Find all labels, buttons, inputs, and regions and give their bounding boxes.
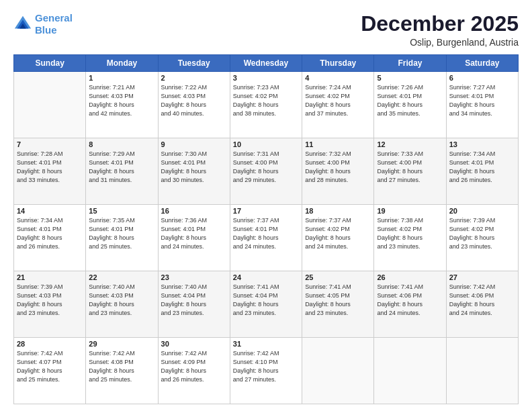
- day-info: Sunrise: 7:41 AM Sunset: 4:05 PM Dayligh…: [305, 283, 371, 318]
- week-row: 7Sunrise: 7:28 AM Sunset: 4:01 PM Daylig…: [14, 138, 519, 205]
- day-info: Sunrise: 7:37 AM Sunset: 4:02 PM Dayligh…: [305, 216, 371, 251]
- day-number: 7: [17, 140, 83, 148]
- day-info: Sunrise: 7:26 AM Sunset: 4:01 PM Dayligh…: [377, 83, 443, 118]
- day-cell: 27Sunrise: 7:42 AM Sunset: 4:06 PM Dayli…: [446, 271, 518, 338]
- day-cell: 12Sunrise: 7:33 AM Sunset: 4:00 PM Dayli…: [374, 138, 446, 205]
- day-info: Sunrise: 7:37 AM Sunset: 4:01 PM Dayligh…: [233, 216, 299, 251]
- day-cell: 19Sunrise: 7:38 AM Sunset: 4:02 PM Dayli…: [374, 205, 446, 271]
- day-info: Sunrise: 7:42 AM Sunset: 4:10 PM Dayligh…: [233, 349, 299, 384]
- month-title: December 2025: [361, 12, 519, 36]
- day-number: 28: [17, 340, 83, 348]
- day-info: Sunrise: 7:41 AM Sunset: 4:06 PM Dayligh…: [377, 283, 443, 318]
- week-row: 21Sunrise: 7:39 AM Sunset: 4:03 PM Dayli…: [14, 271, 519, 338]
- day-info: Sunrise: 7:23 AM Sunset: 4:02 PM Dayligh…: [233, 83, 299, 118]
- day-cell: 30Sunrise: 7:42 AM Sunset: 4:09 PM Dayli…: [158, 338, 230, 404]
- day-info: Sunrise: 7:38 AM Sunset: 4:02 PM Dayligh…: [377, 216, 443, 251]
- day-info: Sunrise: 7:31 AM Sunset: 4:00 PM Dayligh…: [233, 150, 299, 185]
- day-cell: 6Sunrise: 7:27 AM Sunset: 4:01 PM Daylig…: [446, 72, 518, 138]
- day-cell: 17Sunrise: 7:37 AM Sunset: 4:01 PM Dayli…: [230, 205, 302, 271]
- day-info: Sunrise: 7:40 AM Sunset: 4:04 PM Dayligh…: [161, 283, 227, 318]
- day-number: 13: [449, 140, 515, 148]
- day-info: Sunrise: 7:41 AM Sunset: 4:04 PM Dayligh…: [233, 283, 299, 318]
- day-cell: [374, 338, 446, 404]
- day-cell: 15Sunrise: 7:35 AM Sunset: 4:01 PM Dayli…: [86, 205, 158, 271]
- header: General Blue December 2025 Oslip, Burgen…: [13, 12, 519, 48]
- day-number: 11: [305, 140, 371, 148]
- page: General Blue December 2025 Oslip, Burgen…: [0, 0, 532, 411]
- day-number: 30: [161, 340, 227, 348]
- day-number: 31: [233, 340, 299, 348]
- day-number: 22: [89, 273, 154, 281]
- day-number: 14: [17, 207, 83, 215]
- day-number: 19: [377, 207, 443, 215]
- day-cell: 21Sunrise: 7:39 AM Sunset: 4:03 PM Dayli…: [14, 271, 86, 338]
- day-cell: 13Sunrise: 7:34 AM Sunset: 4:01 PM Dayli…: [446, 138, 518, 205]
- day-number: 24: [233, 273, 299, 281]
- week-row: 28Sunrise: 7:42 AM Sunset: 4:07 PM Dayli…: [14, 338, 519, 404]
- col-header-friday: Friday: [374, 55, 446, 72]
- day-cell: [302, 338, 374, 404]
- logo-line1: General: [35, 12, 73, 24]
- col-header-wednesday: Wednesday: [230, 55, 302, 72]
- day-number: 8: [89, 140, 154, 148]
- logo-line2: Blue: [35, 24, 57, 36]
- day-number: 5: [377, 74, 443, 82]
- day-number: 15: [89, 207, 154, 215]
- day-cell: 3Sunrise: 7:23 AM Sunset: 4:02 PM Daylig…: [230, 72, 302, 138]
- day-number: 27: [449, 273, 515, 281]
- day-header-row: SundayMondayTuesdayWednesdayThursdayFrid…: [14, 55, 519, 72]
- week-row: 14Sunrise: 7:34 AM Sunset: 4:01 PM Dayli…: [14, 205, 519, 271]
- day-number: 25: [305, 273, 371, 281]
- day-number: 12: [377, 140, 443, 148]
- day-number: 3: [233, 74, 299, 82]
- logo: General Blue: [13, 12, 73, 36]
- week-row: 1Sunrise: 7:21 AM Sunset: 4:03 PM Daylig…: [14, 72, 519, 138]
- calendar: SundayMondayTuesdayWednesdayThursdayFrid…: [13, 54, 519, 404]
- day-cell: 11Sunrise: 7:32 AM Sunset: 4:00 PM Dayli…: [302, 138, 374, 205]
- title-block: December 2025 Oslip, Burgenland, Austria: [361, 12, 519, 48]
- day-cell: 26Sunrise: 7:41 AM Sunset: 4:06 PM Dayli…: [374, 271, 446, 338]
- day-info: Sunrise: 7:39 AM Sunset: 4:03 PM Dayligh…: [17, 283, 83, 318]
- day-cell: 5Sunrise: 7:26 AM Sunset: 4:01 PM Daylig…: [374, 72, 446, 138]
- col-header-sunday: Sunday: [14, 55, 86, 72]
- day-number: 18: [305, 207, 371, 215]
- day-number: 17: [233, 207, 299, 215]
- day-info: Sunrise: 7:30 AM Sunset: 4:01 PM Dayligh…: [161, 150, 227, 185]
- day-number: 4: [305, 74, 371, 82]
- day-cell: 23Sunrise: 7:40 AM Sunset: 4:04 PM Dayli…: [158, 271, 230, 338]
- logo-icon: [13, 15, 32, 34]
- day-number: 1: [89, 74, 154, 82]
- day-number: 6: [449, 74, 515, 82]
- day-info: Sunrise: 7:33 AM Sunset: 4:00 PM Dayligh…: [377, 150, 443, 185]
- day-cell: 28Sunrise: 7:42 AM Sunset: 4:07 PM Dayli…: [14, 338, 86, 404]
- day-cell: 4Sunrise: 7:24 AM Sunset: 4:02 PM Daylig…: [302, 72, 374, 138]
- day-cell: 22Sunrise: 7:40 AM Sunset: 4:03 PM Dayli…: [86, 271, 158, 338]
- day-info: Sunrise: 7:42 AM Sunset: 4:06 PM Dayligh…: [449, 283, 515, 318]
- day-info: Sunrise: 7:40 AM Sunset: 4:03 PM Dayligh…: [89, 283, 154, 318]
- day-number: 9: [161, 140, 227, 148]
- day-cell: 9Sunrise: 7:30 AM Sunset: 4:01 PM Daylig…: [158, 138, 230, 205]
- col-header-monday: Monday: [86, 55, 158, 72]
- day-cell: 7Sunrise: 7:28 AM Sunset: 4:01 PM Daylig…: [14, 138, 86, 205]
- day-cell: 1Sunrise: 7:21 AM Sunset: 4:03 PM Daylig…: [86, 72, 158, 138]
- day-info: Sunrise: 7:39 AM Sunset: 4:02 PM Dayligh…: [449, 216, 515, 251]
- day-number: 2: [161, 74, 227, 82]
- day-cell: 29Sunrise: 7:42 AM Sunset: 4:08 PM Dayli…: [86, 338, 158, 404]
- day-number: 21: [17, 273, 83, 281]
- day-info: Sunrise: 7:27 AM Sunset: 4:01 PM Dayligh…: [449, 83, 515, 118]
- location: Oslip, Burgenland, Austria: [361, 37, 519, 48]
- day-info: Sunrise: 7:42 AM Sunset: 4:07 PM Dayligh…: [17, 349, 83, 384]
- day-cell: [446, 338, 518, 404]
- day-number: 20: [449, 207, 515, 215]
- day-info: Sunrise: 7:34 AM Sunset: 4:01 PM Dayligh…: [17, 216, 83, 251]
- day-info: Sunrise: 7:32 AM Sunset: 4:00 PM Dayligh…: [305, 150, 371, 185]
- day-number: 16: [161, 207, 227, 215]
- day-info: Sunrise: 7:42 AM Sunset: 4:09 PM Dayligh…: [161, 349, 227, 384]
- day-cell: 10Sunrise: 7:31 AM Sunset: 4:00 PM Dayli…: [230, 138, 302, 205]
- day-cell: 2Sunrise: 7:22 AM Sunset: 4:03 PM Daylig…: [158, 72, 230, 138]
- day-number: 23: [161, 273, 227, 281]
- day-number: 26: [377, 273, 443, 281]
- col-header-tuesday: Tuesday: [158, 55, 230, 72]
- day-cell: 20Sunrise: 7:39 AM Sunset: 4:02 PM Dayli…: [446, 205, 518, 271]
- day-info: Sunrise: 7:34 AM Sunset: 4:01 PM Dayligh…: [449, 150, 515, 185]
